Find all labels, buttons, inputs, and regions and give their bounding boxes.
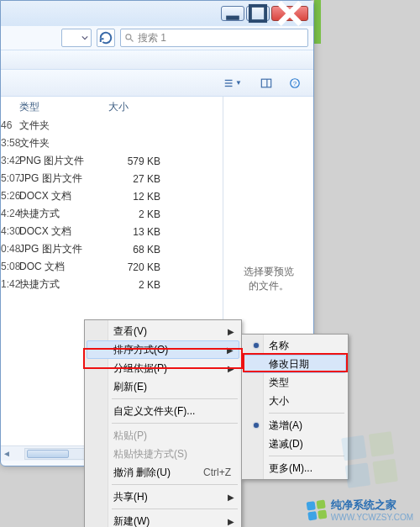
menu-undo-delete[interactable]: 撤消 删除(U)Ctrl+Z bbox=[87, 463, 239, 482]
menu-customize-folder[interactable]: 自定义文件夹(F)... bbox=[87, 402, 239, 420]
annotation-highlight-2 bbox=[243, 353, 348, 372]
background-watermark bbox=[344, 435, 395, 485]
table-row[interactable]: DOC 文档720 KB bbox=[16, 258, 223, 276]
svg-line-5 bbox=[131, 40, 134, 42]
maximize-button[interactable] bbox=[246, 6, 270, 21]
search-icon bbox=[124, 33, 134, 43]
watermark: 纯净系统之家 WWW.YCWZSY.COM bbox=[307, 498, 413, 522]
help-button[interactable]: ? bbox=[283, 74, 307, 92]
scroll-thumb[interactable] bbox=[27, 450, 69, 458]
preview-text-2: 的文件。 bbox=[249, 279, 289, 293]
search-placeholder: 搜索 1 bbox=[138, 31, 166, 45]
nav-row: 搜索 1 bbox=[1, 26, 313, 50]
svg-rect-1 bbox=[250, 6, 265, 21]
refresh-button[interactable] bbox=[97, 29, 115, 47]
table-row[interactable]: JPG 图片文件68 KB bbox=[16, 240, 223, 258]
refresh-icon bbox=[97, 29, 114, 46]
col-header-size[interactable]: 大小 bbox=[108, 100, 176, 114]
shortcut-text: Ctrl+Z bbox=[203, 466, 231, 478]
search-input[interactable]: 搜索 1 bbox=[120, 29, 308, 47]
menu-paste-shortcut: 粘贴快捷方式(S) bbox=[87, 445, 239, 463]
table-row[interactable]: DOCX 文档12 KB bbox=[16, 187, 223, 205]
menu-refresh[interactable]: 刷新(E) bbox=[87, 377, 239, 396]
table-row[interactable]: JPG 图片文件27 KB bbox=[16, 170, 223, 187]
table-row[interactable]: 快捷方式2 KB bbox=[16, 276, 223, 293]
submenu-arrow-icon: ▶ bbox=[228, 493, 234, 502]
table-row[interactable]: 文件夹 bbox=[16, 134, 223, 152]
close-button[interactable] bbox=[271, 6, 308, 21]
submenu-size[interactable]: 大小 bbox=[244, 392, 346, 410]
radio-dot-icon bbox=[254, 423, 259, 428]
menu-separator bbox=[112, 484, 238, 485]
menu-separator bbox=[269, 413, 344, 414]
submenu-name[interactable]: 名称 bbox=[244, 336, 346, 355]
watermark-title: 纯净系统之家 bbox=[331, 498, 413, 513]
menu-separator bbox=[112, 509, 238, 509]
submenu-arrow-icon: ▶ bbox=[228, 327, 234, 336]
svg-text:?: ? bbox=[293, 79, 297, 87]
menu-view[interactable]: 查看(V)▶ bbox=[87, 322, 239, 340]
titlebar bbox=[1, 1, 313, 26]
svg-rect-9 bbox=[261, 79, 270, 87]
table-row[interactable]: 快捷方式2 KB bbox=[16, 205, 223, 223]
file-rows: 文件夹 文件夹 PNG 图片文件579 KB JPG 图片文件27 KB DOC… bbox=[16, 117, 223, 293]
menu-separator bbox=[112, 423, 238, 424]
preview-text-1: 选择要预览 bbox=[244, 265, 294, 279]
table-row[interactable]: DOCX 文档13 KB bbox=[16, 223, 223, 240]
menu-separator bbox=[269, 456, 344, 456]
chevron-down-icon bbox=[81, 34, 88, 41]
preview-pane-icon bbox=[260, 77, 272, 89]
menu-paste: 粘贴(P) bbox=[87, 426, 239, 445]
annotation-highlight-1 bbox=[83, 348, 243, 369]
submenu-arrow-icon: ▶ bbox=[228, 517, 234, 526]
menubar[interactable] bbox=[1, 50, 313, 70]
list-view-icon bbox=[223, 77, 235, 89]
menu-separator bbox=[112, 398, 238, 399]
nav-back-forward[interactable] bbox=[6, 28, 56, 48]
submenu-descending[interactable]: 递减(D) bbox=[244, 435, 346, 453]
menu-new[interactable]: 新建(W)▶ bbox=[87, 512, 239, 527]
radio-dot-icon bbox=[254, 343, 259, 348]
watermark-logo-icon bbox=[306, 499, 327, 520]
column-headers[interactable]: 类型 大小 bbox=[16, 97, 223, 117]
scroll-left-arrow[interactable]: ◄ bbox=[1, 448, 13, 460]
toolbar: ▼ ? bbox=[1, 70, 313, 97]
minimize-button[interactable] bbox=[221, 6, 244, 21]
submenu-ascending[interactable]: 递增(A) bbox=[244, 416, 346, 435]
preview-pane-button[interactable] bbox=[255, 74, 278, 92]
svg-point-4 bbox=[126, 34, 131, 40]
address-bar[interactable] bbox=[61, 29, 92, 47]
submenu-more[interactable]: 更多(M)... bbox=[244, 459, 346, 477]
col-header-type[interactable]: 类型 bbox=[16, 100, 108, 114]
watermark-logo-icon bbox=[341, 431, 398, 488]
decorative-green-stripe bbox=[314, 0, 321, 44]
help-icon: ? bbox=[289, 77, 301, 89]
menu-share[interactable]: 共享(H)▶ bbox=[87, 487, 239, 506]
submenu-type[interactable]: 类型 bbox=[244, 373, 346, 392]
view-mode-button[interactable]: ▼ bbox=[216, 74, 249, 92]
table-row[interactable]: PNG 图片文件579 KB bbox=[16, 152, 223, 170]
watermark-url: WWW.YCWZSY.COM bbox=[331, 513, 413, 522]
table-row[interactable]: 文件夹 bbox=[16, 117, 223, 134]
time-column-fragments: 46 3:58 3:42 5:07 5:26 4:24 4:30 0:48 5:… bbox=[1, 117, 20, 293]
